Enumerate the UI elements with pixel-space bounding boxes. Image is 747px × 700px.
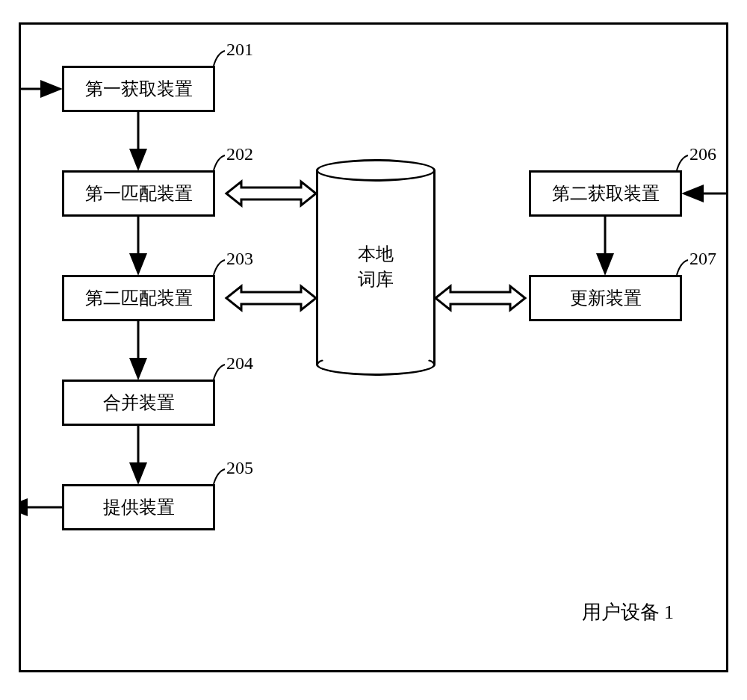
local-dictionary-db: 本地 词库 [316, 159, 436, 376]
box-label: 第二获取装置 [552, 182, 660, 205]
svg-marker-9 [226, 182, 316, 205]
svg-marker-10 [226, 286, 316, 310]
box-second-acquisition: 第二获取装置 [529, 170, 682, 217]
ref-203: 203 [226, 249, 253, 269]
biarrow-db-207 [436, 286, 525, 310]
ref-207: 207 [689, 249, 716, 269]
box-label: 第一匹配装置 [85, 182, 193, 205]
box-provide: 提供装置 [62, 484, 215, 530]
box-merge: 合并装置 [62, 380, 215, 426]
biarrow-202-db [226, 182, 316, 205]
box-label: 第二匹配装置 [85, 286, 193, 310]
db-label: 本地 词库 [358, 242, 394, 292]
ref-201: 201 [226, 40, 253, 60]
container-label: 用户设备 1 [582, 599, 675, 625]
ref-204: 204 [226, 353, 253, 374]
diagram-frame: 第一获取装置 201 第一匹配装置 202 第二匹配装置 203 合并装置 20… [19, 22, 728, 672]
box-first-match: 第一匹配装置 [62, 170, 215, 217]
box-update: 更新装置 [529, 275, 682, 321]
box-label: 合并装置 [103, 391, 175, 415]
svg-marker-11 [436, 286, 525, 310]
box-first-acquisition: 第一获取装置 [62, 66, 215, 112]
ref-202: 202 [226, 144, 253, 164]
ref-205: 205 [226, 458, 253, 478]
biarrow-203-db [226, 286, 316, 310]
box-label: 提供装置 [103, 495, 175, 519]
box-second-match: 第二匹配装置 [62, 275, 215, 321]
box-label: 第一获取装置 [85, 77, 193, 101]
ref-206: 206 [689, 144, 716, 164]
box-label: 更新装置 [570, 286, 642, 310]
